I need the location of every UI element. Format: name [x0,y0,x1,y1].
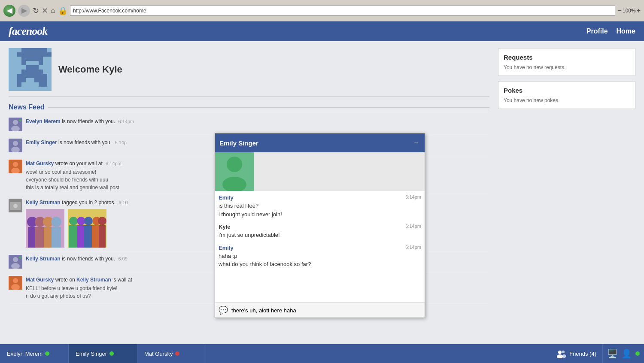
online-status-dot [635,351,640,356]
svg-point-21 [558,351,562,354]
back-button[interactable]: ◀ [3,5,15,17]
feed-text: Kelly Struman is now friends with you. 6… [26,255,128,263]
svg-text:+: + [19,255,21,260]
svg-point-13 [13,204,18,208]
stop-button[interactable]: ✕ [42,6,48,15]
chat-msg-header: Emily 6:14pm [219,194,421,201]
bottom-chat-tab-mat[interactable]: Mat Gursky [137,344,206,363]
svg-point-19 [13,278,18,283]
zoom-out-button[interactable]: − [618,7,622,15]
chat-msg-time: 6:14pm [405,224,421,230]
pokes-title: Pokes [504,87,630,94]
chat-avatar-section [215,152,425,191]
chat-input[interactable] [231,307,421,314]
profile-link[interactable]: Profile [586,27,608,35]
pokes-text: You have no new pokes. [504,97,630,103]
chat-message: Kyle 6:14pm i'm just so unpredictable! [219,224,421,239]
bottom-bar: Evelyn Merem Emily Singer Mat Gursky Fri… [0,344,644,363]
feed-text: Mat Gursky wrote on Kelly Struman 's wal… [26,276,132,300]
feed-wall-text: wow! ur so cool and awesome!everyone sho… [26,168,122,191]
feed-text: Evelyn Merem is now friends with you. 6:… [26,118,134,125]
chat-msg-header: Kyle 6:14pm [219,224,421,230]
top-nav: facenook Profile Home [0,21,644,41]
feed-user-link[interactable]: Mat Gursky [26,160,54,166]
pokes-box: Pokes You have no new pokes. [498,81,635,109]
feed-wall-text: KELL! before u leave u gotta friend kyle… [26,284,132,300]
emily-tab-label: Emily Singer [76,351,107,357]
friends-button[interactable]: Friends (4) [550,344,603,363]
photo-thumb-1[interactable] [26,209,64,248]
feed-user-link[interactable]: Kelly Struman [26,256,61,262]
monitor-icon[interactable]: 🖥️ [607,348,618,359]
friends-icon [556,349,566,358]
svg-point-5 [13,141,18,146]
chat-msg-text: is this real lifee?i thought you'd never… [219,202,421,218]
feed-text: Kelly Struman tagged you in 2 photos. 6:… [26,199,128,248]
logo[interactable]: facenook [9,25,47,38]
requests-title: Requests [504,54,630,61]
chat-minimize-button[interactable]: − [412,139,420,147]
chat-emoji-icon: 💬 [219,306,228,315]
user-avatar-icon [9,160,22,173]
home-link[interactable]: Home [617,27,635,35]
feed-text: Emily Singer is now friends with you. 6:… [26,139,127,146]
person-icon[interactable]: 👤 [621,348,632,359]
photo-thumbnails [26,209,128,248]
chat-msg-sender: Emily [219,245,234,251]
feed-user-link[interactable]: Emily Singer [26,139,57,145]
photo-thumb-2[interactable] [68,209,106,248]
svg-text:+: + [19,139,21,144]
chat-msg-header: Emily 6:14pm [219,245,421,251]
bottom-chat-tab-emily[interactable]: Emily Singer [69,344,137,363]
chat-msg-sender: Emily [219,194,234,201]
welcome-section: Welcome Kyle [9,48,489,97]
chat-messages: Emily 6:14pm is this real lifee?i though… [215,191,425,302]
feed-secondary-link[interactable]: Kelly Struman [76,277,111,283]
svg-point-23 [562,351,565,353]
friend-icon: + [9,139,22,152]
welcome-title: Welcome Kyle [58,64,122,75]
friend-icon: + [9,118,22,131]
requests-text: You have no new requests. [504,64,630,70]
feed-text: Mat Gursky wrote on your wall at 6:14pm … [26,160,122,191]
chat-msg-time: 6:14pm [405,194,421,201]
feed-user-link[interactable]: Evelyn Merem [26,118,61,124]
chat-msg-text: i'm just so unpredictable! [219,231,421,239]
refresh-button[interactable]: ↻ [33,6,39,15]
mat-status-dot [175,351,179,356]
feed-user-link[interactable]: Kelly Struman [26,200,61,206]
evelyn-tab-label: Evelyn Merem [7,351,43,357]
zoom-controls: − 100% + [618,7,641,15]
secure-icon: 🔒 [58,6,67,15]
user-avatar [9,48,52,91]
home-button[interactable]: ⌂ [51,6,55,15]
chat-header: Emily Singer − [215,133,425,152]
chat-message: Emily 6:14pm haha :pwhat do you think of… [219,245,421,269]
chat-msg-text: haha :pwhat do you think of facenook so … [219,252,421,269]
forward-button[interactable]: ▶ [18,5,30,17]
bottom-chat-tab-evelyn[interactable]: Evelyn Merem [0,344,69,363]
right-sidebar: Requests You have no new requests. Pokes… [498,48,635,337]
emily-status-dot [109,351,114,356]
news-feed-title: News Feed [9,103,489,113]
svg-point-9 [13,162,18,167]
chat-window: Emily Singer − Emily 6:14pm is this real… [215,133,425,318]
user-avatar-icon [9,276,22,290]
friend-icon: + [9,255,22,269]
chat-msg-sender: Kyle [219,224,230,230]
browser-chrome: ◀ ▶ ↻ ✕ ⌂ 🔒 − 100% + [0,0,644,21]
svg-text:+: + [19,118,21,123]
mat-tab-label: Mat Gursky [144,351,173,357]
photo-icon [9,199,22,212]
chat-input-row: 💬 [215,302,425,318]
feed-user-link[interactable]: Mat Gursky [26,277,54,283]
svg-point-22 [557,354,563,358]
zoom-in-button[interactable]: + [637,7,641,15]
bottom-icons: 🖥️ 👤 [603,344,644,363]
evelyn-status-dot [45,351,49,356]
address-bar[interactable] [70,6,615,16]
requests-box: Requests You have no new requests. [498,48,635,76]
chat-msg-time: 6:14pm [405,245,421,251]
svg-point-15 [13,257,18,262]
bottom-spacer [206,344,550,363]
